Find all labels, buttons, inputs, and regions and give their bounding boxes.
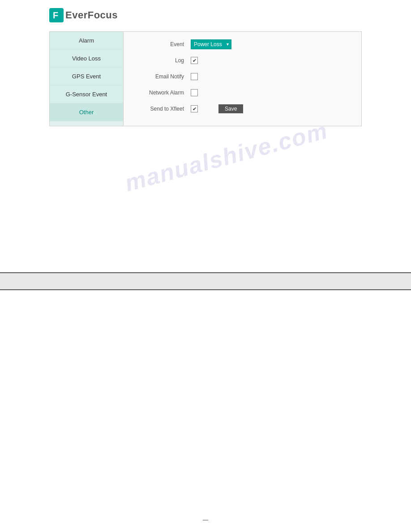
send-to-xfleet-label: Send to Xfleet bbox=[133, 106, 191, 112]
event-dropdown[interactable]: Power Loss Ignition On Ignition Off Spee… bbox=[191, 39, 231, 49]
logo-text: EverFocus bbox=[65, 9, 118, 21]
network-alarm-label: Network Alarm bbox=[133, 90, 191, 96]
log-row: Log bbox=[133, 55, 352, 66]
sidebar-item-alarm[interactable]: Alarm bbox=[50, 32, 123, 50]
content-area: Event Power Loss Ignition On Ignition Of… bbox=[124, 32, 361, 126]
event-label: Event bbox=[133, 41, 191, 47]
network-alarm-checkbox[interactable] bbox=[191, 89, 198, 96]
send-to-xfleet-checkbox[interactable] bbox=[191, 105, 198, 112]
email-notify-checkbox[interactable] bbox=[191, 73, 198, 80]
page-number: — bbox=[203, 517, 208, 523]
log-checkbox[interactable] bbox=[191, 57, 198, 64]
network-alarm-row: Network Alarm bbox=[133, 87, 352, 99]
everfocus-logo-icon: F bbox=[49, 8, 64, 22]
save-button[interactable]: Save bbox=[218, 104, 243, 113]
network-alarm-control bbox=[191, 89, 198, 96]
email-notify-row: Email Notify bbox=[133, 71, 352, 82]
sidebar-item-gps-event[interactable]: GPS Event bbox=[50, 68, 123, 86]
log-label: Log bbox=[133, 57, 191, 64]
event-dropdown-wrapper[interactable]: Power Loss Ignition On Ignition Off Spee… bbox=[191, 39, 231, 49]
log-control bbox=[191, 57, 198, 64]
sidebar-item-other[interactable]: Other bbox=[50, 103, 123, 121]
footer-content bbox=[0, 273, 411, 289]
sidebar-item-g-sensor-event[interactable]: G-Sensor Event bbox=[50, 86, 123, 103]
sidebar: Alarm Video Loss GPS Event G-Sensor Even… bbox=[50, 32, 124, 126]
send-to-xfleet-row: Send to Xfleet Save bbox=[133, 103, 352, 115]
sidebar-item-video-loss[interactable]: Video Loss bbox=[50, 50, 123, 68]
footer-bar bbox=[0, 272, 411, 290]
event-control: Power Loss Ignition On Ignition Off Spee… bbox=[191, 39, 231, 49]
svg-text:F: F bbox=[53, 10, 58, 20]
logo-area: F EverFocus bbox=[0, 0, 411, 27]
panel: Alarm Video Loss GPS Event G-Sensor Even… bbox=[49, 31, 362, 126]
email-notify-label: Email Notify bbox=[133, 73, 191, 80]
email-notify-control bbox=[191, 73, 198, 80]
send-to-xfleet-control: Save bbox=[191, 104, 243, 113]
footer-line-bottom bbox=[0, 289, 411, 290]
main-content: Alarm Video Loss GPS Event G-Sensor Even… bbox=[0, 27, 411, 131]
event-row: Event Power Loss Ignition On Ignition Of… bbox=[133, 39, 352, 50]
